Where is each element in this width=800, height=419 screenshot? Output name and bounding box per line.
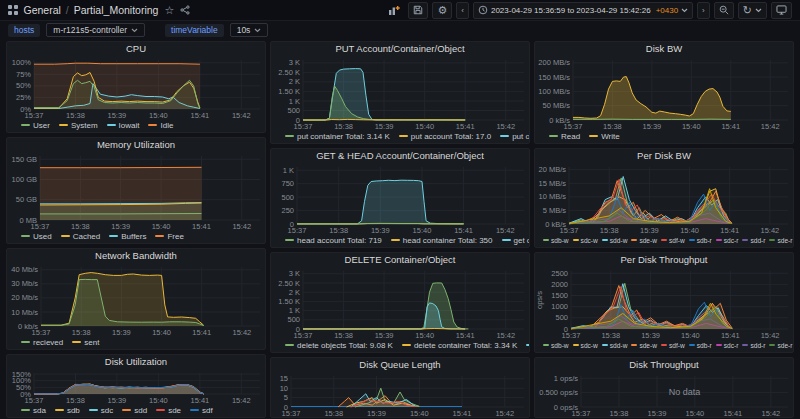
legend-item[interactable]: head container Total: 350 xyxy=(391,236,493,245)
get-head-chart[interactable]: 15:3715:3815:3915:4015:4115:420250500750… xyxy=(271,162,529,234)
memory-chart[interactable]: 15:3715:3815:3915:4015:4115:420 MB50 GB1… xyxy=(7,151,265,230)
cpu-chart[interactable]: 15:3715:3815:3915:4015:4115:420%25%50%75… xyxy=(7,55,265,119)
chart-canvas[interactable]: 15:3715:3815:3915:4015:4115:420 kB/s5 MB… xyxy=(535,162,793,234)
network-chart[interactable]: 15:3715:3815:3915:4015:4115:420 kb/s10 M… xyxy=(7,262,265,336)
time-shift-back-button[interactable]: ‹ xyxy=(456,2,469,19)
legend-item[interactable]: sdd-r xyxy=(742,237,765,244)
time-range-picker[interactable]: 2023-04-29 15:36:59 to 2023-04-29 15:42:… xyxy=(473,2,693,19)
variable-select-timevariable[interactable]: 10s xyxy=(230,23,269,37)
save-dashboard-button[interactable] xyxy=(408,2,428,19)
chart-canvas[interactable]: 15:3715:3815:3915:4015:4115:420 kb/s10 M… xyxy=(7,262,265,336)
legend-item[interactable]: recieved xyxy=(21,338,63,347)
legend-item[interactable]: sdc-w xyxy=(573,237,598,244)
panel-title[interactable]: GET & HEAD Account/Container/Object xyxy=(271,149,529,162)
legend-item[interactable]: head account Total: 719 xyxy=(285,236,382,245)
chart-canvas[interactable]: 15:3715:3815:3915:4015:4115:4205001 K1.5… xyxy=(271,55,529,130)
legend-item[interactable]: sdb xyxy=(55,406,80,415)
legend-item[interactable]: Cached xyxy=(61,232,101,241)
per-disk-throughput-chart[interactable]: 15:3715:3815:3915:4015:4115:420500100015… xyxy=(535,266,793,339)
panel-title[interactable]: Disk Utilization xyxy=(7,355,265,368)
refresh-button[interactable]: ↻ xyxy=(738,2,767,19)
panel-title[interactable]: Memory Utilization xyxy=(7,138,265,151)
chart-canvas[interactable]: 15:3715:3815:3915:4015:4115:420%50%100%1… xyxy=(7,368,265,404)
legend-item[interactable]: sde-w xyxy=(631,342,657,349)
disk-utilization-chart[interactable]: 15:3715:3815:3915:4015:4115:420%50%100%1… xyxy=(7,368,265,404)
star-icon[interactable]: ☆ xyxy=(164,5,174,16)
legend-item[interactable]: sdc-r xyxy=(716,237,739,244)
panel-title[interactable]: Disk BW xyxy=(535,42,793,55)
legend-item[interactable]: sdd-w xyxy=(602,237,628,244)
legend-series-label: put object Total: 12.0 K xyxy=(512,132,529,141)
per-disk-bw-chart[interactable]: 15:3715:3815:3915:4015:4115:420 kB/s5 MB… xyxy=(535,162,793,234)
legend-item[interactable]: get object Total: 9.08 K xyxy=(502,236,529,245)
variable-select-hosts[interactable]: m-r121s5-controller xyxy=(46,23,145,37)
legend-series-label: Read xyxy=(561,132,580,141)
legend-item[interactable]: sdb-w xyxy=(543,342,569,349)
chart-canvas[interactable]: 15:3715:3815:3915:4015:4115:420500100015… xyxy=(535,266,793,339)
legend-item[interactable]: Buffers xyxy=(109,232,146,241)
dashboard-settings-button[interactable]: ⚙ xyxy=(432,2,452,19)
panel-title[interactable]: Disk Queue Length xyxy=(271,358,529,371)
legend-item[interactable]: System xyxy=(59,121,98,130)
disk-queue-chart[interactable]: 15:3715:3815:3915:4015:4115:42051015 xyxy=(271,371,529,417)
panel-title[interactable]: DELETE Container/Object xyxy=(271,253,529,266)
chart-canvas[interactable]: 15:3715:3815:3915:4015:4115:420%25%50%75… xyxy=(7,55,265,119)
legend-item[interactable]: sdc-r xyxy=(716,342,739,349)
legend-item[interactable]: Free xyxy=(155,232,183,241)
legend-item[interactable]: Write xyxy=(589,132,620,141)
chart-canvas[interactable]: 15:3715:3815:3915:4015:4115:42051015 xyxy=(271,371,529,417)
legend-item[interactable]: sdb-r xyxy=(689,237,712,244)
legend-item[interactable]: Iowait xyxy=(107,121,140,130)
legend-item[interactable]: put account Total: 17.0 xyxy=(399,132,491,141)
zoom-out-time-button[interactable] xyxy=(714,2,734,19)
disk-throughput-chart[interactable]: 15:3715:3815:3915:4015:4115:420 ops/s0.5… xyxy=(535,371,793,417)
legend-item[interactable]: put container Total: 3.14 K xyxy=(285,132,390,141)
legend-item[interactable]: delete objects Total: 9.08 K xyxy=(285,341,393,350)
legend-item[interactable]: User xyxy=(21,121,50,130)
legend-item[interactable]: sde-r xyxy=(769,342,792,349)
legend-item[interactable]: sdd-w xyxy=(602,342,628,349)
panel-title[interactable]: Disk Throughput xyxy=(535,358,793,371)
delete-chart[interactable]: 15:3715:3815:3915:4015:4115:4205001 K1.5… xyxy=(271,266,529,339)
legend-item[interactable]: sdc-w xyxy=(573,342,598,349)
chart-canvas[interactable]: 15:3715:3815:3915:4015:4115:420250500750… xyxy=(271,162,529,234)
panel-title[interactable]: Network Bandwidth xyxy=(7,249,265,262)
time-shift-forward-button[interactable]: › xyxy=(697,2,710,19)
kiosk-mode-button[interactable] xyxy=(771,2,792,19)
panel-title[interactable]: Per Disk BW xyxy=(535,149,793,162)
chart-canvas[interactable]: 15:3715:3815:3915:4015:4115:4205001 K1.5… xyxy=(271,266,529,339)
legend-item[interactable]: sda xyxy=(21,406,46,415)
legend-item[interactable]: sdb-w xyxy=(543,237,569,244)
legend-item[interactable]: sde-w xyxy=(631,237,657,244)
panel-title[interactable]: PUT Account/Container/Object xyxy=(271,42,529,55)
panel-title[interactable]: CPU xyxy=(7,42,265,55)
chart-canvas[interactable]: 15:3715:3815:3915:4015:4115:420 ops/s0.5… xyxy=(535,371,793,417)
put-chart[interactable]: 15:3715:3815:3915:4015:4115:4205001 K1.5… xyxy=(271,55,529,130)
legend-item[interactable]: sdc xyxy=(89,406,113,415)
svg-text:15:42: 15:42 xyxy=(495,409,514,418)
legend-item[interactable]: sdd-r xyxy=(742,342,765,349)
legend-item[interactable]: Used xyxy=(21,232,52,241)
legend-item[interactable]: sde-r xyxy=(769,237,792,244)
legend-item[interactable]: Idle xyxy=(148,121,173,130)
share-icon[interactable] xyxy=(180,5,190,15)
chart-canvas[interactable]: 15:3715:3815:3915:4015:4115:420 kB/s50 M… xyxy=(535,55,793,130)
legend-item[interactable]: sdf xyxy=(190,406,213,415)
legend-item[interactable]: sent xyxy=(72,338,99,347)
chart-canvas[interactable]: 15:3715:3815:3915:4015:4115:420 MB50 GB1… xyxy=(7,151,265,230)
legend-item[interactable]: sde xyxy=(156,406,181,415)
breadcrumb-page-title[interactable]: Partial_Monitoring xyxy=(74,4,159,16)
legend-item[interactable]: sdf-w xyxy=(661,237,685,244)
legend-item[interactable]: put object Total: 12.0 K xyxy=(500,132,529,141)
legend-item[interactable]: Read xyxy=(549,132,580,141)
legend-item[interactable]: sdf-w xyxy=(661,342,685,349)
legend-item[interactable]: sdd xyxy=(122,406,147,415)
legend-item[interactable]: sdb-r xyxy=(689,342,712,349)
legend-item[interactable]: delete containers Total: 3.04 K xyxy=(526,341,529,350)
disk-bw-chart[interactable]: 15:3715:3815:3915:4015:4115:420 kB/s50 M… xyxy=(535,55,793,130)
breadcrumb-section[interactable]: General xyxy=(24,4,61,16)
legend-item[interactable]: delete container Total: 3.34 K xyxy=(402,341,517,350)
add-panel-button[interactable] xyxy=(384,3,404,18)
dashboards-grid-icon[interactable] xyxy=(8,5,18,15)
panel-title[interactable]: Per Disk Throughput xyxy=(535,253,793,266)
